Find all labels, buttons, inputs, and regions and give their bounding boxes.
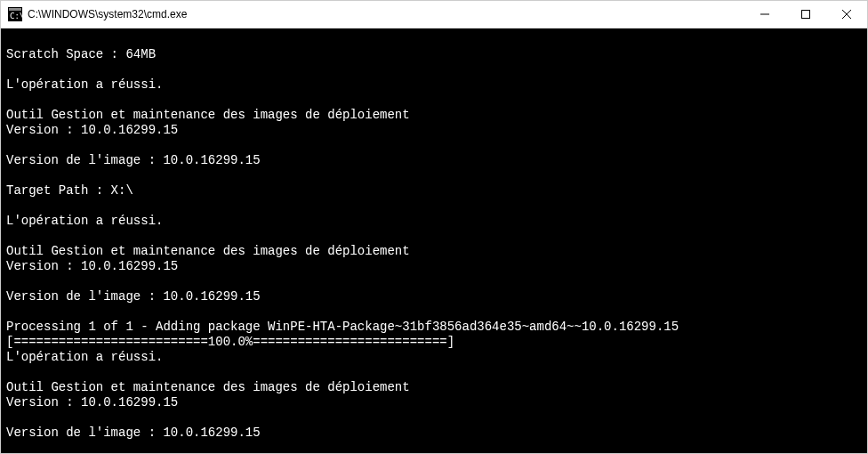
console-line [6, 410, 862, 426]
console-line: Scratch Space : 64MB [6, 47, 862, 62]
console-line [6, 274, 862, 289]
console-line [6, 62, 862, 77]
console-line [6, 168, 862, 183]
console-line: Processing 1 of 1 - Adding package WinPE… [6, 320, 862, 335]
minimize-button[interactable] [744, 1, 785, 28]
console-line: Version de l'image : 10.0.16299.15 [6, 289, 862, 304]
console-line [6, 229, 862, 244]
console-line [6, 93, 862, 108]
console-line [6, 441, 862, 453]
console-line: L'opération a réussi. [6, 350, 862, 365]
maximize-button[interactable] [785, 1, 826, 28]
svg-text:C:\: C:\ [10, 12, 22, 20]
console-line: Outil Gestion et maintenance des images … [6, 380, 862, 395]
console-line: Outil Gestion et maintenance des images … [6, 108, 862, 123]
titlebar[interactable]: C:\ C:\WINDOWS\system32\cmd.exe [1, 1, 867, 28]
console-line [6, 304, 862, 320]
window-controls [744, 1, 867, 28]
console-line: Version : 10.0.16299.15 [6, 259, 862, 274]
console-line: [==========================100.0%=======… [6, 335, 862, 350]
close-button[interactable] [826, 1, 867, 28]
console-line: Version : 10.0.16299.15 [6, 123, 862, 138]
cmd-icon: C:\ [8, 7, 22, 21]
console-output[interactable]: Scratch Space : 64MB L'opération a réuss… [1, 28, 867, 453]
console-line [6, 32, 862, 47]
console-line: Version : 10.0.16299.15 [6, 395, 862, 410]
console-line [6, 199, 862, 214]
console-line: L'opération a réussi. [6, 77, 862, 93]
console-line: L'opération a réussi. [6, 214, 862, 229]
svg-rect-1 [9, 8, 21, 11]
console-line: Outil Gestion et maintenance des images … [6, 244, 862, 259]
console-line [6, 365, 862, 380]
window-frame: C:\ C:\WINDOWS\system32\cmd.exe [0, 0, 868, 454]
console-line: Target Path : X:\ [6, 183, 862, 199]
svg-rect-4 [802, 11, 810, 19]
console-line: Version de l'image : 10.0.16299.15 [6, 153, 862, 168]
console-line: Version de l'image : 10.0.16299.15 [6, 426, 862, 441]
console-line [6, 138, 862, 153]
window-title: C:\WINDOWS\system32\cmd.exe [28, 8, 744, 20]
